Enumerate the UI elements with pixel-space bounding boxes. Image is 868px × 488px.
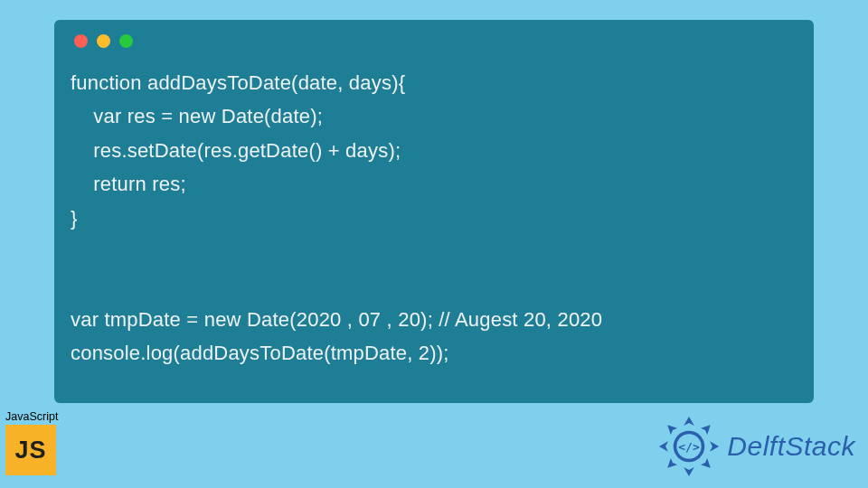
brand-watermark: </> DelftStack (656, 414, 855, 479)
code-line: } (71, 207, 78, 230)
code-line: res.setDate(res.getDate() + days); (71, 139, 401, 162)
code-line: console.log(addDaysToDate(tmpDate, 2)); (71, 342, 449, 364)
traffic-dot-minimize-icon (97, 34, 110, 48)
traffic-dot-close-icon (74, 34, 88, 48)
traffic-dot-maximize-icon (119, 34, 133, 48)
code-line: return res; (71, 173, 186, 195)
javascript-logo-text: JS (14, 436, 46, 465)
javascript-badge-label: JavaScript (5, 410, 67, 423)
code-line: function addDaysToDate(date, days){ (71, 71, 405, 94)
javascript-badge: JavaScript JS (5, 410, 67, 475)
svg-marker-2 (659, 441, 668, 452)
code-line: var tmpDate = new Date(2020 , 07 , 20); … (71, 308, 602, 331)
svg-marker-7 (701, 458, 711, 468)
javascript-logo-icon: JS (5, 425, 56, 475)
svg-marker-3 (710, 441, 719, 452)
delftstack-logo-icon: </> (656, 414, 722, 479)
svg-marker-1 (684, 467, 695, 476)
brand-name: DelftStack (727, 431, 855, 462)
svg-marker-4 (668, 425, 678, 435)
svg-marker-0 (684, 417, 695, 426)
code-line: var res = new Date(date); (71, 105, 323, 127)
window-traffic-dots (74, 34, 797, 48)
svg-marker-6 (668, 458, 678, 468)
code-window: function addDaysToDate(date, days){ var … (54, 20, 814, 403)
svg-marker-5 (701, 425, 711, 435)
code-block: function addDaysToDate(date, days){ var … (71, 66, 797, 371)
svg-text:</>: </> (679, 440, 701, 454)
